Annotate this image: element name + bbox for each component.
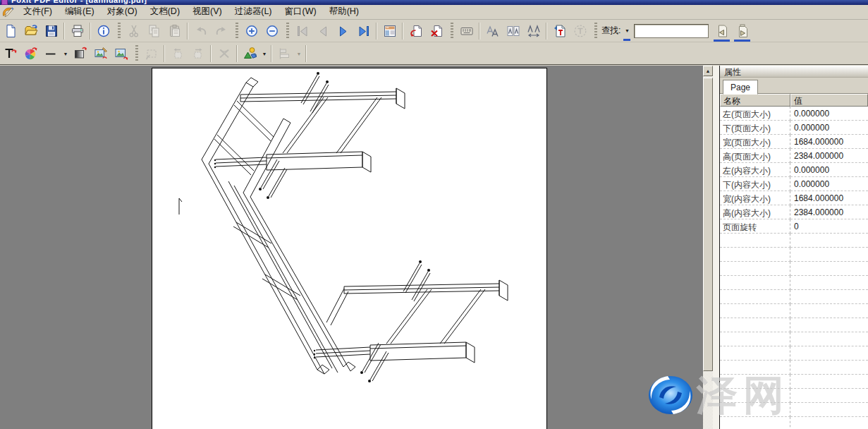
edit-image-button[interactable] <box>91 44 110 63</box>
property-row-empty <box>720 234 868 248</box>
scrollbar-thumb[interactable] <box>703 78 713 371</box>
scroll-up-arrow-icon: ▲ <box>706 68 711 73</box>
property-row[interactable]: 宽(内容大小)1684.000000 <box>720 191 868 205</box>
paste-button[interactable] <box>165 22 184 40</box>
insert-text-button[interactable] <box>550 22 569 40</box>
property-row[interactable]: 高(页面大小)2384.000000 <box>720 149 868 163</box>
line-style-button[interactable] <box>42 44 61 63</box>
property-value[interactable]: 0.000000 <box>790 177 868 191</box>
property-row[interactable]: 高(内容大小)2384.000000 <box>720 205 868 219</box>
virtual-keyboard-button[interactable] <box>457 22 476 40</box>
copy-button[interactable] <box>145 22 164 40</box>
next-page-button[interactable] <box>334 22 353 40</box>
property-value[interactable]: 0.000000 <box>790 121 868 135</box>
delete-object-button[interactable] <box>214 44 233 63</box>
toolbar-separator <box>164 45 165 62</box>
previous-page-button[interactable] <box>313 22 332 40</box>
toolbar-grip-handle[interactable] <box>118 23 121 40</box>
property-value[interactable]: 1684.000000 <box>790 135 868 149</box>
add-image-button[interactable] <box>111 44 130 63</box>
property-value-empty <box>790 262 868 276</box>
edit-color-button[interactable] <box>21 44 40 63</box>
property-row[interactable]: 左(内容大小)0.000000 <box>720 163 868 177</box>
toolbar-separator <box>479 23 480 40</box>
last-page-button[interactable] <box>354 22 373 40</box>
add-shape-button[interactable] <box>240 44 259 63</box>
page-thumbnails-button[interactable] <box>380 22 399 40</box>
toolbar-separator <box>210 45 212 62</box>
toolbar-grip-handle[interactable] <box>135 45 138 62</box>
char-spacing-button[interactable] <box>524 22 543 40</box>
document-info-button[interactable] <box>94 22 113 40</box>
toolbar-grip-handle[interactable] <box>451 23 453 40</box>
property-value[interactable]: 0 <box>790 219 868 234</box>
menu-item-7[interactable]: 帮助(H) <box>323 4 365 20</box>
print-icon <box>71 24 85 38</box>
property-value-empty <box>790 417 868 429</box>
toolbar-grip-handle[interactable] <box>594 23 597 40</box>
menu-item-1[interactable]: 编辑(E) <box>59 4 101 20</box>
replace-font-button[interactable] <box>483 22 502 40</box>
property-name-empty <box>720 332 790 346</box>
dropdown-arrow-icon[interactable]: ▼ <box>260 46 269 61</box>
add-shading-button[interactable] <box>71 44 90 63</box>
replace-font-icon <box>486 24 500 38</box>
property-row[interactable]: 左(页面大小)0.000000 <box>720 107 868 121</box>
property-value[interactable]: 2384.000000 <box>790 149 868 163</box>
property-name-empty <box>720 361 790 375</box>
menu-item-3[interactable]: 文档(D) <box>144 4 186 20</box>
toolbar-grip-handle[interactable] <box>286 23 289 40</box>
edit-object-button[interactable] <box>142 44 161 63</box>
find-next-button[interactable] <box>733 22 752 40</box>
new-document-button[interactable] <box>1 22 20 40</box>
insert-page-button[interactable] <box>406 22 425 40</box>
menu-item-0[interactable]: 文件(F) <box>17 4 59 20</box>
add-image-icon <box>114 47 128 61</box>
property-row[interactable]: 下(内容大小)0.000000 <box>720 177 868 191</box>
property-row[interactable]: 页面旋转0 <box>720 219 868 234</box>
zoom-out-button[interactable] <box>262 22 281 40</box>
menu-items: 文件(F)编辑(E)对象(O)文档(D)视图(V)过滤器(L)窗口(W)帮助(H… <box>17 4 365 20</box>
scroll-up-button[interactable]: ▲ <box>703 66 713 76</box>
menu-item-5[interactable]: 过滤器(L) <box>228 4 279 20</box>
match-font-button[interactable] <box>503 22 522 40</box>
zoom-in-button[interactable] <box>242 22 261 40</box>
property-value[interactable]: 0.000000 <box>790 163 868 177</box>
align-objects-button[interactable] <box>275 44 294 63</box>
menu-item-2[interactable]: 对象(O) <box>101 4 144 20</box>
virtual-keyboard-icon <box>460 24 474 38</box>
property-value[interactable]: 0.000000 <box>790 107 868 121</box>
rotate-right-button[interactable] <box>188 44 207 63</box>
open-document-button[interactable] <box>21 22 40 40</box>
menu-item-6[interactable]: 窗口(W) <box>279 4 323 20</box>
dropdown-arrow-icon[interactable]: ▼ <box>623 23 631 39</box>
print-button[interactable] <box>68 22 87 40</box>
cut-button[interactable] <box>124 22 143 40</box>
property-value[interactable]: 2384.000000 <box>790 205 868 219</box>
tab-page[interactable]: Page <box>723 80 758 95</box>
document-page[interactable] <box>152 68 547 429</box>
rotate-left-button[interactable] <box>168 44 187 63</box>
save-document-button[interactable] <box>42 22 61 40</box>
toolbar-grip-handle[interactable] <box>236 23 238 40</box>
property-row[interactable]: 下(页面大小)0.000000 <box>720 121 868 135</box>
redo-button[interactable] <box>212 22 231 40</box>
panel-splitter[interactable] <box>713 66 719 429</box>
find-previous-button[interactable] <box>712 22 731 40</box>
add-text-button[interactable] <box>1 44 20 63</box>
property-value[interactable]: 1684.000000 <box>790 191 868 205</box>
vertical-scrollbar[interactable]: ▲ <box>703 66 713 429</box>
undo-button[interactable] <box>191 22 210 40</box>
first-page-button[interactable] <box>293 22 312 40</box>
property-name-empty <box>720 262 790 276</box>
property-row[interactable]: 宽(页面大小)1684.000000 <box>720 135 868 149</box>
menu-item-4[interactable]: 视图(V) <box>186 4 228 20</box>
dropdown-arrow-icon[interactable]: ▼ <box>61 46 70 61</box>
dropdown-arrow-icon[interactable]: ▼ <box>295 46 303 61</box>
find-input[interactable] <box>634 24 709 38</box>
undo-icon <box>194 24 208 38</box>
delete-page-button[interactable] <box>427 22 446 40</box>
menu-bar: 文件(F)编辑(E)对象(O)文档(D)视图(V)过滤器(L)窗口(W)帮助(H… <box>0 5 868 20</box>
text-cursor-tool-button[interactable] <box>570 22 589 40</box>
property-name-empty <box>720 248 790 262</box>
